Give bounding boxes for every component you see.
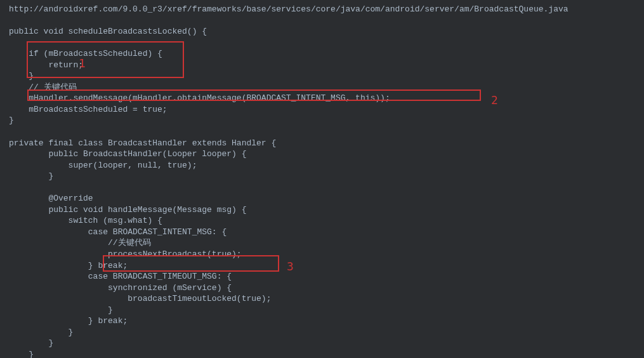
code-line: case BROADCAST_TIMEOUT_MSG: {	[9, 271, 644, 282]
code-line: } break;	[9, 315, 644, 327]
blank	[9, 182, 644, 194]
code-line: public void scheduleBroadcastsLocked() {	[9, 26, 644, 37]
code-line: case BROADCAST_INTENT_MSG: {	[9, 227, 644, 238]
code-container: http://androidxref.com/9.0.0_r3/xref/fra…	[9, 4, 644, 358]
code-line: }	[9, 115, 644, 126]
code-line: }	[9, 338, 644, 349]
code-line: }	[9, 349, 644, 358]
code-line: }	[9, 305, 644, 316]
annotation-2: 2	[491, 93, 498, 108]
code-line: processNextBroadcast(true);	[9, 249, 644, 260]
code-line: mHandler.sendMessage(mHandler.obtainMess…	[9, 93, 644, 104]
annotation-3: 3	[287, 259, 294, 274]
code-line: switch (msg.what) {	[9, 215, 644, 227]
code-line: }	[9, 171, 644, 182]
code-line: synchronized (mService) {	[9, 282, 644, 294]
code-line: public BroadcastHandler(Looper looper) {	[9, 149, 644, 160]
code-line: @Override	[9, 193, 644, 204]
blank	[9, 126, 644, 138]
code-line: private final class BroadcastHandler ext…	[9, 138, 644, 149]
blank	[9, 15, 644, 27]
code-line: broadcastTimeoutLocked(true);	[9, 293, 644, 305]
code-line: } break;	[9, 260, 644, 272]
code-line: mBroadcastsScheduled = true;	[9, 104, 644, 116]
code-line: //关键代码	[9, 237, 644, 249]
code-line: }	[9, 70, 644, 82]
code-line: }	[9, 327, 644, 338]
code-line: if (mBroadcastsScheduled) {	[9, 48, 644, 60]
url-line: http://androidxref.com/9.0.0_r3/xref/fra…	[9, 4, 644, 15]
code-line: super(looper, null, true);	[9, 160, 644, 171]
code-line: public void handleMessage(Message msg) {	[9, 204, 644, 216]
code-line: // 关键代码	[9, 82, 644, 93]
code-line: return;	[9, 60, 644, 71]
blank	[9, 37, 644, 49]
annotation-1: 1	[79, 56, 86, 71]
